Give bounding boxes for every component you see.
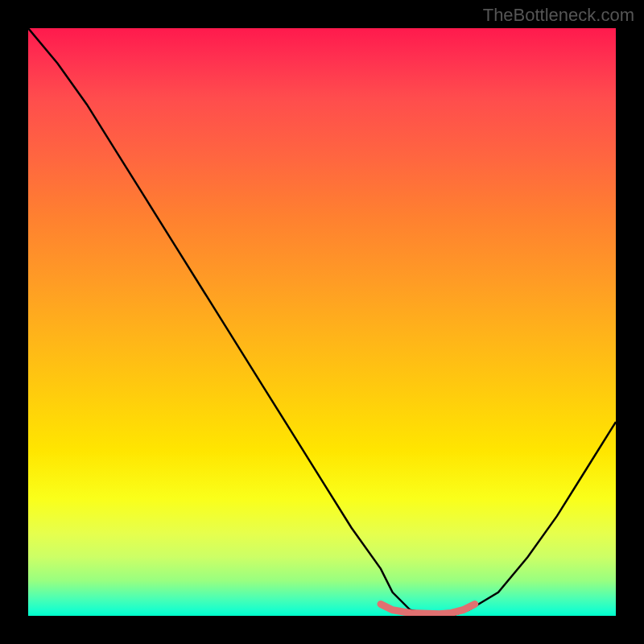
chart-svg xyxy=(28,28,616,616)
bottleneck-curve-line xyxy=(28,28,616,616)
watermark-text: TheBottleneck.com xyxy=(483,5,634,26)
chart-plot-area xyxy=(28,28,616,616)
flat-zone-highlight-line xyxy=(381,604,475,613)
